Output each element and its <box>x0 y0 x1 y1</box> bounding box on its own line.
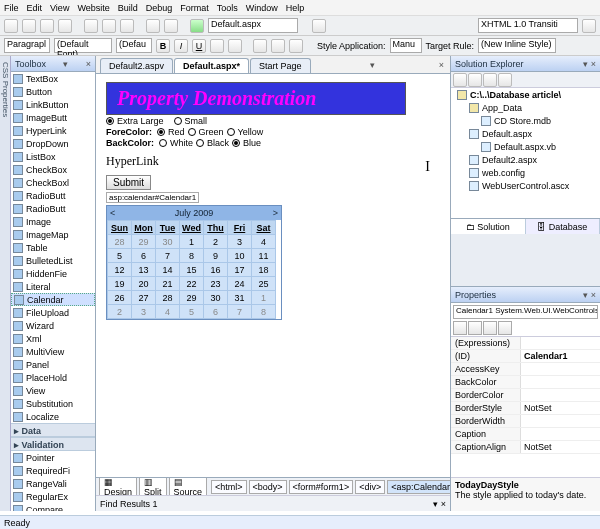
toolbox-item[interactable]: Localize <box>11 410 95 423</box>
prop-row[interactable]: (ID)Calendar1 <box>451 350 600 363</box>
toolbox-item[interactable]: Image <box>11 215 95 228</box>
size-select[interactable]: (Defau <box>116 38 152 53</box>
bold-icon[interactable]: B <box>156 39 170 53</box>
redo-icon[interactable] <box>164 19 178 33</box>
prop-row[interactable]: BackColor <box>451 376 600 389</box>
cal-day[interactable]: 2 <box>108 305 132 319</box>
toolbox-item[interactable]: Button <box>11 85 95 98</box>
toolbox-item[interactable]: RequiredFi <box>11 464 95 477</box>
cal-day[interactable]: 25 <box>252 277 276 291</box>
cal-day[interactable]: 5 <box>108 249 132 263</box>
open-icon[interactable] <box>22 19 36 33</box>
toolbox-item[interactable]: MultiView <box>11 345 95 358</box>
underline-icon[interactable]: U <box>192 39 206 53</box>
toolbox-item[interactable]: DropDown <box>11 137 95 150</box>
cal-day[interactable]: 23 <box>204 277 228 291</box>
validate-icon[interactable] <box>312 19 326 33</box>
toolbox-item[interactable]: FileUpload <box>11 306 95 319</box>
props-cat-icon[interactable] <box>453 321 467 335</box>
radio-fore-yellow[interactable] <box>227 128 235 136</box>
props-events-icon[interactable] <box>498 321 512 335</box>
cal-day[interactable]: 30 <box>204 291 228 305</box>
copy-icon[interactable] <box>102 19 116 33</box>
toolbox-category[interactable]: ▸ Data <box>11 423 95 437</box>
cal-day[interactable]: 16 <box>204 263 228 277</box>
cal-day[interactable]: 27 <box>132 291 156 305</box>
style-app-select[interactable]: Manu <box>390 38 422 53</box>
radio-back-white[interactable] <box>159 139 167 147</box>
cal-day[interactable]: 21 <box>156 277 180 291</box>
cal-day[interactable]: 26 <box>108 291 132 305</box>
cal-day[interactable]: 19 <box>108 277 132 291</box>
backcolor-icon[interactable] <box>228 39 242 53</box>
tab-default[interactable]: Default.aspx* <box>174 58 249 73</box>
sol-nest-icon[interactable] <box>468 73 482 87</box>
design-view-button[interactable]: ▦ Design <box>99 477 137 495</box>
menu-file[interactable]: File <box>4 3 19 13</box>
indent-icon[interactable] <box>289 39 303 53</box>
toolbox-item[interactable]: Table <box>11 241 95 254</box>
cal-day[interactable]: 8 <box>252 305 276 319</box>
toolbox-item[interactable]: Compare <box>11 503 95 511</box>
toolbox-dropdown-icon[interactable]: ▾ <box>63 59 68 69</box>
forecolor-icon[interactable] <box>210 39 224 53</box>
cal-day[interactable]: 4 <box>156 305 180 319</box>
tree-node[interactable]: Default2.aspx <box>451 153 600 166</box>
tree-node[interactable]: App_Data <box>451 101 600 114</box>
cal-day[interactable]: 13 <box>132 263 156 277</box>
tree-node[interactable]: Default.aspx.vb <box>451 140 600 153</box>
tab-database-explorer[interactable]: 🗄 Database Explorer <box>526 219 601 234</box>
toolbox-item[interactable]: Substitution <box>11 397 95 410</box>
menu-edit[interactable]: Edit <box>27 3 43 13</box>
cal-day[interactable]: 1 <box>180 235 204 249</box>
doctype-select[interactable]: XHTML 1.0 Transiti <box>478 18 578 33</box>
cal-day[interactable]: 4 <box>252 235 276 249</box>
menu-view[interactable]: View <box>50 3 69 13</box>
menu-website[interactable]: Website <box>77 3 109 13</box>
solution-close-icon[interactable]: ▾ × <box>583 59 596 69</box>
split-view-button[interactable]: ▥ Split <box>139 477 167 495</box>
toolbox-item[interactable]: Pointer <box>11 451 95 464</box>
toolbox-close-icon[interactable]: × <box>86 59 91 69</box>
cal-day[interactable]: 24 <box>228 277 252 291</box>
toolbox-item[interactable]: HiddenFie <box>11 267 95 280</box>
radio-fore-green[interactable] <box>188 128 196 136</box>
cal-day[interactable]: 6 <box>132 249 156 263</box>
target-rule-select[interactable]: (New Inline Style) <box>478 38 556 53</box>
paste-icon[interactable] <box>120 19 134 33</box>
cal-day[interactable]: 29 <box>180 291 204 305</box>
toolbox-item[interactable]: Literal <box>11 280 95 293</box>
saveall-icon[interactable] <box>58 19 72 33</box>
find-dropdown-icon[interactable]: ▾ × <box>433 499 446 509</box>
tree-node[interactable]: Default.aspx <box>451 127 600 140</box>
tree-node[interactable]: CD Store.mdb <box>451 114 600 127</box>
cal-day[interactable]: 9 <box>204 249 228 263</box>
cal-next-icon[interactable]: > <box>273 206 278 220</box>
design-surface[interactable]: Property Demonstration Extra Large Small… <box>96 74 450 477</box>
cal-day[interactable]: 28 <box>156 291 180 305</box>
toolbox-item[interactable]: ImageMap <box>11 228 95 241</box>
cal-day[interactable]: 20 <box>132 277 156 291</box>
cal-day[interactable]: 3 <box>132 305 156 319</box>
toolbox-item[interactable]: LinkButton <box>11 98 95 111</box>
crumb-body[interactable]: <body> <box>249 480 287 494</box>
source-view-button[interactable]: ▤ Source <box>169 477 208 495</box>
cal-prev-icon[interactable]: < <box>110 206 115 220</box>
cal-day[interactable]: 6 <box>204 305 228 319</box>
props-selector[interactable]: Calendar1 System.Web.UI.WebControls.Ca <box>453 305 598 319</box>
radio-back-black[interactable] <box>196 139 204 147</box>
toolbox-item[interactable]: Wizard <box>11 319 95 332</box>
undo-icon[interactable] <box>146 19 160 33</box>
props-props-icon[interactable] <box>483 321 497 335</box>
run-icon[interactable] <box>190 19 204 33</box>
new-icon[interactable] <box>4 19 18 33</box>
toolbox-item-calendar[interactable]: Calendar <box>11 293 95 306</box>
submit-button[interactable]: Submit <box>106 175 151 190</box>
cal-day[interactable]: 5 <box>180 305 204 319</box>
toolbox-item[interactable]: RegularEx <box>11 490 95 503</box>
prop-row[interactable]: BorderStyleNotSet <box>451 402 600 415</box>
tabs-close-icon[interactable]: × <box>439 60 444 70</box>
radio-small[interactable] <box>174 117 182 125</box>
toolbox-item[interactable]: RadioButt <box>11 189 95 202</box>
cal-day[interactable]: 14 <box>156 263 180 277</box>
